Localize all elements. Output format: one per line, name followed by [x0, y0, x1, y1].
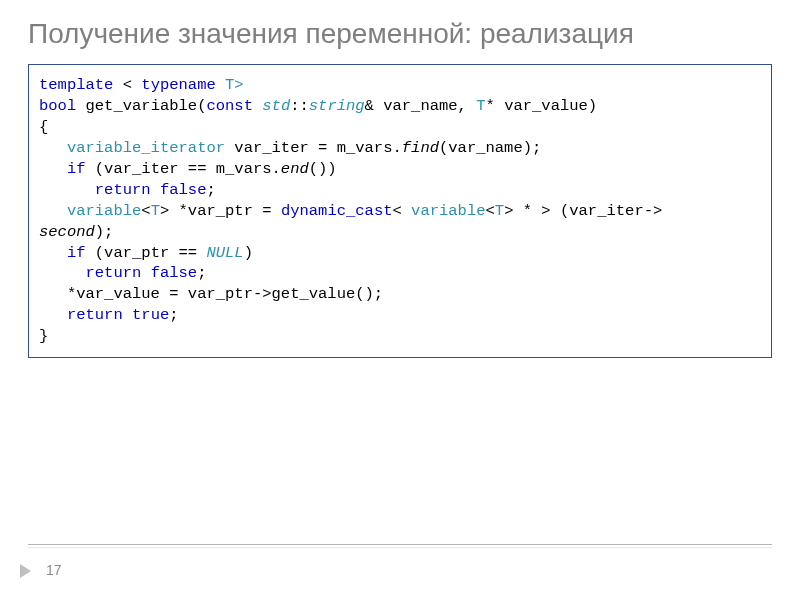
code-text: ()): [309, 160, 337, 178]
indent: [39, 202, 67, 220]
brace-close: }: [39, 327, 48, 345]
indent: [39, 160, 67, 178]
code-text: > *var_ptr =: [160, 202, 281, 220]
kw-true: true: [132, 306, 169, 324]
code-text: (var_iter == m_vars.: [86, 160, 281, 178]
indent: [39, 306, 67, 324]
kw-template: template: [39, 76, 113, 94]
type-T: T: [476, 97, 485, 115]
code-text: * var_value): [486, 97, 598, 115]
indent: [39, 181, 95, 199]
indent: [39, 244, 67, 262]
kw-return: return: [67, 306, 123, 324]
indent: [39, 264, 86, 282]
code-block: template < typename T> bool get_variable…: [28, 64, 772, 358]
code-text: (var_ptr ==: [86, 244, 207, 262]
code-text: ;: [206, 181, 215, 199]
kw-const: const: [206, 97, 253, 115]
fn-get-variable: get_variable(: [76, 97, 206, 115]
chevron-right-icon: [20, 564, 31, 578]
kw-dynamic-cast: dynamic_cast: [281, 202, 393, 220]
code-text: ();: [355, 285, 383, 303]
page-number: 17: [46, 562, 62, 578]
member-second: second: [39, 223, 95, 241]
kw-false: false: [151, 264, 198, 282]
kw-if: if: [67, 244, 86, 262]
kw-typename: typename: [141, 76, 215, 94]
code-text: <: [113, 76, 141, 94]
type-T: T>: [216, 76, 244, 94]
kw-false: false: [160, 181, 207, 199]
code-text: & var_name,: [365, 97, 477, 115]
code-text: (var_name);: [439, 139, 541, 157]
type-variable: variable: [67, 202, 141, 220]
slide-title: Получение значения переменной: реализаци…: [28, 18, 772, 50]
type-T: T: [495, 202, 504, 220]
indent: [39, 139, 67, 157]
code-text: var_iter = m_vars.: [225, 139, 402, 157]
code-text: ::: [290, 97, 309, 115]
method-end: end: [281, 160, 309, 178]
code-text: > * > (var_iter->: [504, 202, 662, 220]
type-variable-iterator: variable_iterator: [67, 139, 225, 157]
code-text: ): [244, 244, 253, 262]
code-text: [253, 97, 262, 115]
footer-divider: [28, 544, 772, 548]
kw-bool: bool: [39, 97, 76, 115]
code-text: <: [486, 202, 495, 220]
kw-if: if: [67, 160, 86, 178]
code-text: [141, 264, 150, 282]
code-text: [151, 181, 160, 199]
code-text: );: [95, 223, 114, 241]
code-text: [123, 306, 132, 324]
brace-open: {: [39, 118, 48, 136]
method-find: find: [402, 139, 439, 157]
method-get-value: get_value: [272, 285, 356, 303]
ns-std: std: [262, 97, 290, 115]
type-T: T: [151, 202, 160, 220]
code-text: <: [393, 202, 412, 220]
kw-return: return: [95, 181, 151, 199]
code-text: <: [141, 202, 150, 220]
type-variable: variable: [411, 202, 485, 220]
code-text: *var_value = var_ptr->: [39, 285, 272, 303]
code-text: ;: [169, 306, 178, 324]
slide: Получение значения переменной: реализаци…: [0, 0, 800, 600]
kw-return: return: [86, 264, 142, 282]
code-text: ;: [197, 264, 206, 282]
type-string: string: [309, 97, 365, 115]
kw-null: NULL: [206, 244, 243, 262]
